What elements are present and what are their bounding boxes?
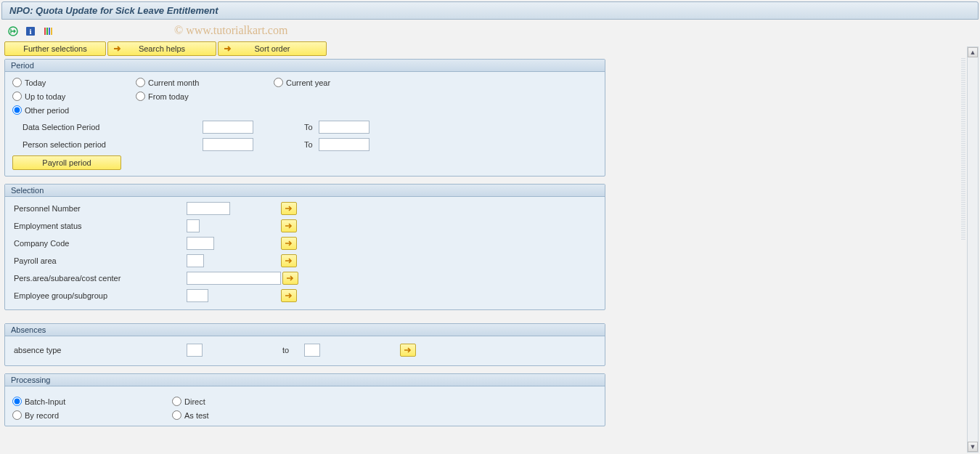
- label-pers-area: Pers.area/subarea/cost center: [12, 274, 172, 283]
- multi-select-personnel[interactable]: [281, 202, 297, 215]
- svg-text:i: i: [29, 27, 31, 36]
- search-helps-label: Search helps: [139, 44, 185, 53]
- multi-select-absence[interactable]: [400, 344, 416, 357]
- input-personnel-number[interactable]: [187, 202, 230, 215]
- processing-group-title: Processing: [5, 374, 605, 386]
- radio-current-month[interactable]: [136, 78, 145, 87]
- multi-select-pers-area[interactable]: [282, 272, 298, 285]
- label-absence-type: absence type: [12, 346, 172, 354]
- radio-direct[interactable]: [172, 397, 181, 406]
- sort-order-label: Sort order: [255, 44, 290, 53]
- processing-group: Processing Batch-Input Direct By record …: [4, 373, 605, 426]
- window-title: NPO: Quota Update for Sick Leave Entitle…: [1, 1, 979, 20]
- arrow-right-icon: [223, 44, 232, 53]
- svg-rect-6: [51, 28, 52, 35]
- label-by-record: By record: [25, 411, 59, 420]
- arrow-right-icon: [113, 44, 121, 53]
- label-current-month: Current month: [148, 78, 199, 87]
- label-from-today: From today: [148, 92, 189, 101]
- vertical-scrollbar[interactable]: ▲ ▼: [967, 46, 979, 453]
- radio-batch-input[interactable]: [12, 397, 22, 406]
- execute-icon[interactable]: [7, 25, 19, 37]
- svg-rect-5: [49, 28, 50, 35]
- label-current-year: Current year: [286, 78, 330, 87]
- input-absence-to[interactable]: [304, 344, 320, 357]
- svg-rect-4: [46, 28, 48, 35]
- selection-group-title: Selection: [5, 185, 605, 197]
- multi-select-company[interactable]: [281, 237, 297, 250]
- input-person-selection-to[interactable]: [319, 138, 369, 151]
- label-to-1: To: [297, 123, 319, 131]
- further-selections-button[interactable]: Further selections: [4, 41, 106, 56]
- button-row: Further selections Search helps Sort ord…: [4, 41, 976, 56]
- label-batch-input: Batch-Input: [25, 397, 65, 406]
- radio-current-year[interactable]: [274, 78, 283, 87]
- input-data-selection-from[interactable]: [203, 121, 253, 134]
- input-data-selection-to[interactable]: [319, 121, 369, 134]
- payroll-period-button[interactable]: Payroll period: [12, 155, 121, 170]
- multi-select-employment[interactable]: [281, 219, 297, 232]
- label-employee-group: Employee group/subgroup: [12, 291, 172, 300]
- input-person-selection-from[interactable]: [203, 138, 253, 151]
- label-to-2: To: [297, 140, 319, 149]
- label-direct: Direct: [184, 397, 205, 406]
- period-group-title: Period: [5, 60, 605, 72]
- radio-up-to-today[interactable]: [12, 92, 22, 101]
- label-up-to-today: Up to today: [25, 92, 65, 101]
- label-absence-to: to: [282, 346, 304, 354]
- radio-as-test[interactable]: [172, 410, 181, 420]
- svg-rect-3: [44, 28, 46, 35]
- label-as-test: As test: [184, 411, 209, 420]
- variant-icon[interactable]: [42, 25, 54, 37]
- absences-group-title: Absences: [5, 324, 605, 336]
- sort-order-button[interactable]: Sort order: [218, 41, 327, 56]
- label-person-selection: Person selection period: [12, 140, 172, 149]
- radio-by-record[interactable]: [12, 410, 22, 420]
- content-area: Further selections Search helps Sort ord…: [0, 41, 980, 452]
- toolbar: i © www.tutorialkart.com: [0, 21, 980, 41]
- multi-select-payroll[interactable]: [281, 254, 297, 267]
- scroll-down-icon[interactable]: ▼: [968, 442, 978, 452]
- scroll-up-icon[interactable]: ▲: [968, 47, 978, 57]
- input-employment-status[interactable]: [187, 219, 200, 232]
- input-pers-area[interactable]: [187, 272, 281, 285]
- input-company-code[interactable]: [187, 237, 214, 250]
- label-other-period: Other period: [25, 106, 69, 115]
- label-payroll-area: Payroll area: [12, 256, 172, 265]
- absences-group: Absences absence type to: [4, 323, 605, 366]
- radio-from-today[interactable]: [136, 92, 145, 101]
- watermark: © www.tutorialkart.com: [174, 24, 287, 37]
- radio-today[interactable]: [12, 78, 22, 87]
- label-employment-status: Employment status: [12, 222, 172, 230]
- label-today: Today: [25, 78, 46, 87]
- label-personnel-number: Personnel Number: [12, 204, 172, 213]
- label-data-selection: Data Selection Period: [12, 123, 172, 131]
- multi-select-emp-group[interactable]: [281, 289, 297, 302]
- search-helps-button[interactable]: Search helps: [107, 41, 216, 56]
- period-group: Period Today Current month Current year …: [4, 59, 605, 177]
- input-absence-from[interactable]: [187, 344, 203, 357]
- selection-group: Selection Personnel Number Employment st…: [4, 184, 605, 310]
- input-employee-group[interactable]: [187, 289, 208, 302]
- radio-other-period[interactable]: [12, 105, 22, 115]
- decorative-texture: [961, 58, 965, 240]
- info-icon[interactable]: i: [25, 25, 36, 37]
- label-company-code: Company Code: [12, 239, 172, 248]
- input-payroll-area[interactable]: [187, 254, 204, 267]
